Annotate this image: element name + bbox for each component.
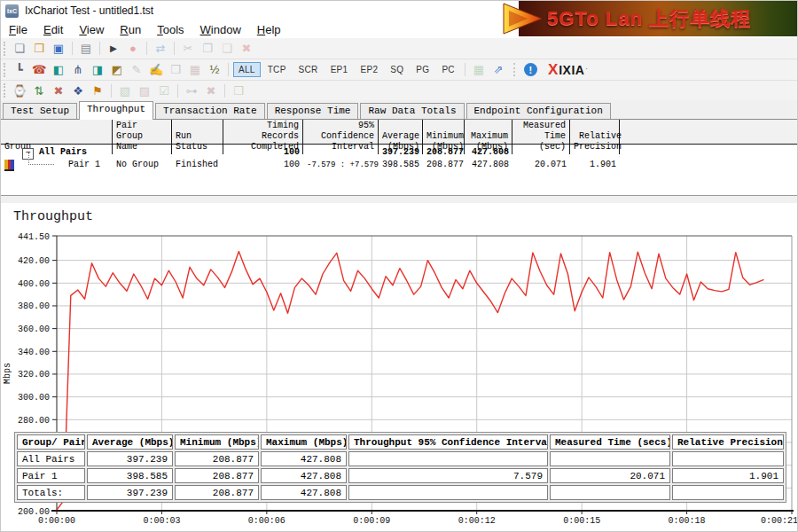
summary-value (672, 485, 784, 500)
toolbar-grip (4, 63, 5, 77)
tab-strip: Test SetupThroughputTransaction RateResp… (1, 100, 797, 119)
ixia-logo-text: IXIA (559, 63, 584, 77)
filter-ep2[interactable]: EP2 (355, 62, 383, 77)
info-icon[interactable]: ! (524, 63, 537, 76)
tab-endpoint-configuration[interactable]: Endpoint Configuration (466, 103, 611, 119)
toolbar-run-control: ⌚⇅✖❖⚑▧▨☑⊶✖❒ (1, 81, 797, 100)
all-pairs-row[interactable]: −All Pairs 100 397.239 208.877 427.808 (1, 146, 797, 159)
menu-file[interactable]: File (1, 22, 35, 37)
summary-value: 208.877 (175, 468, 259, 483)
renumber-pairs-icon[interactable]: ½ (206, 62, 223, 78)
summary-header-row: Group/ PairAverage (Mbps)Minimum (Mbps)M… (17, 434, 784, 450)
toolbar-separator (72, 42, 73, 55)
summary-value: 427.808 (261, 468, 347, 483)
summary-col-throughput-95-confidence-interval: Throughput 95% Confidence Interval (348, 434, 548, 450)
filter-all[interactable]: ALL (233, 62, 261, 77)
toolbar-grip (4, 42, 5, 56)
summary-value: 397.239 (87, 451, 173, 466)
print-icon[interactable]: ▤ (77, 41, 95, 57)
tree-connector (28, 153, 54, 165)
timing-records-value: 100 (223, 159, 303, 171)
add-voip-pair-icon[interactable]: ☎ (30, 62, 48, 78)
summary-col-measured-time-secs-: Measured Time (secs) (550, 434, 670, 450)
menu-view[interactable]: View (71, 22, 112, 37)
toolbar-separator (228, 63, 229, 76)
finish-flag-icon[interactable]: ⚑ (89, 82, 106, 98)
tab-test-setup[interactable]: Test Setup (3, 103, 77, 119)
menu-window[interactable]: Window (192, 22, 249, 37)
maximum-value: 427.808 (465, 146, 512, 160)
add-ixload-pair-icon[interactable]: ✍ (147, 62, 165, 78)
connect-endpoints-icon[interactable]: ⇅ (30, 82, 48, 98)
summary-value (672, 451, 784, 466)
stop-test-icon: ● (124, 41, 142, 57)
summary-value: 208.877 (175, 485, 259, 500)
tab-throughput[interactable]: Throughput (79, 101, 153, 120)
new-test-icon[interactable]: ❏ (11, 41, 28, 57)
add-hardware-pair-icon[interactable]: ◩ (108, 62, 126, 78)
cut-icon: ✂ (179, 41, 197, 57)
y-tick-label: 300.00 (18, 393, 50, 403)
menu-help[interactable]: Help (249, 22, 289, 37)
summary-value: 20.071 (550, 468, 670, 483)
save-test-icon[interactable]: ▣ (50, 41, 67, 57)
ixia-logo: X IXIA ˙ (548, 61, 589, 79)
summary-col-group-pair: Group/ Pair (17, 434, 85, 450)
pair-chart-icon (4, 160, 14, 171)
unlink-pairs-icon: ✖ (202, 82, 220, 98)
tab-transaction-rate[interactable]: Transaction Rate (155, 103, 265, 119)
edit-pair-icon: ✎ (128, 62, 145, 78)
summary-col-maximum-mbps-: Maximum (Mbps) (261, 434, 347, 450)
add-video-pair-icon[interactable]: ◧ (50, 62, 67, 78)
pair-properties-icon: ❒ (230, 82, 247, 98)
schedule-icon[interactable]: ⌚ (11, 82, 28, 98)
minimum-value: 208.877 (423, 146, 465, 160)
filter-pc[interactable]: PC (436, 62, 460, 77)
y-tick-label: 420.00 (18, 256, 50, 266)
abandon-run-icon: ▨ (136, 82, 153, 98)
filter-pg[interactable]: PG (411, 62, 434, 77)
apply-changes-icon: ☑ (155, 82, 173, 98)
view-grid-icon: ▦ (470, 62, 488, 78)
tab-raw-data-totals[interactable]: Raw Data Totals (360, 103, 464, 119)
add-multicast-group-icon[interactable]: ⋔ (69, 62, 87, 78)
summary-value: 1.901 (672, 468, 784, 483)
disconnect-endpoints-icon[interactable]: ✖ (50, 82, 67, 98)
summary-value: 427.808 (261, 485, 347, 500)
export-results-icon[interactable]: ⇗ (489, 62, 507, 78)
toolbar-separator (465, 63, 466, 76)
summary-table: Group/ PairAverage (Mbps)Minimum (Mbps)M… (14, 432, 786, 503)
add-video-mc-pair-icon[interactable]: ◨ (89, 62, 106, 78)
x-tick-label: 0:00:18 (669, 516, 706, 526)
toolbar-separator (146, 42, 147, 55)
summary-value: 398.585 (87, 468, 173, 483)
toolbar-separator (513, 63, 515, 76)
pair-1-row[interactable]: Pair 1 No Group Finished 100 -7.579 : +7… (1, 159, 797, 171)
y-tick-label: 441.50 (18, 232, 50, 242)
open-test-icon[interactable]: ❒ (30, 41, 48, 57)
y-tick-label: 320.00 (18, 370, 50, 379)
summary-group-label: All Pairs (17, 451, 85, 466)
replicate-pair-icon: ❒ (167, 62, 184, 78)
x-tick-label: 0:00:03 (143, 516, 180, 526)
maximum-value: 427.808 (465, 159, 512, 171)
menu-run[interactable]: Run (112, 22, 149, 37)
summary-value: 427.808 (261, 451, 347, 466)
menu-edit[interactable]: Edit (35, 22, 71, 37)
network-topology-icon[interactable]: ❖ (69, 82, 87, 98)
add-pair-icon[interactable]: ┗ (11, 62, 28, 78)
summary-value: 7.579 (348, 468, 548, 483)
filter-sq[interactable]: SQ (385, 62, 409, 77)
toolbar-standard: ❏❒▣▤►●⇄✂❐❑✖ (1, 38, 797, 59)
menu-tools[interactable]: Tools (149, 22, 192, 37)
filter-scr[interactable]: SCR (293, 62, 324, 77)
run-test-icon[interactable]: ► (105, 41, 122, 57)
toolbar-separator (224, 84, 225, 98)
toolbar-separator (111, 84, 112, 98)
summary-value (550, 451, 670, 466)
run-status: Finished (172, 159, 223, 171)
filter-tcp[interactable]: TCP (262, 62, 292, 77)
filter-ep1[interactable]: EP1 (325, 62, 354, 77)
tab-response-time[interactable]: Response Time (267, 103, 359, 119)
promo-banner: 5GTo Lan 上行单线程 (519, 1, 798, 36)
